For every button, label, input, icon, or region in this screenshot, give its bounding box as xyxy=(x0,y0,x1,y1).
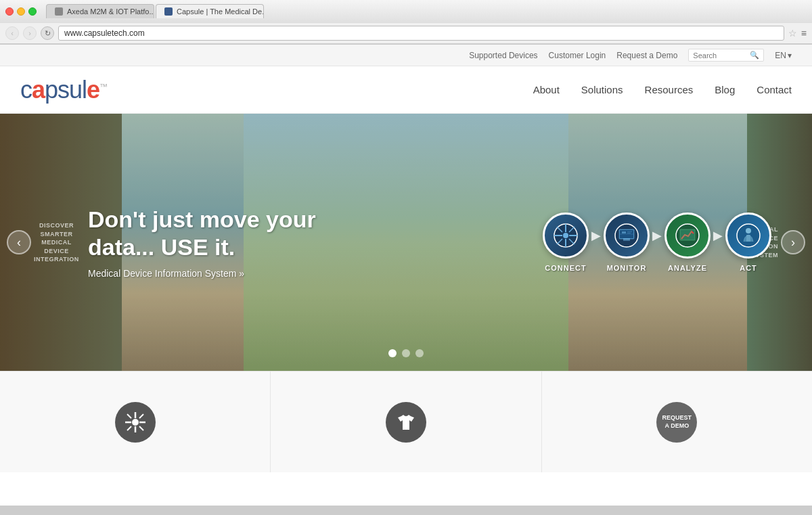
tab-capsule[interactable]: Capsule | The Medical De... ✕ xyxy=(156,4,264,18)
process-step-connect: CONNECT xyxy=(543,212,589,272)
nav-contact[interactable]: Contact xyxy=(757,84,792,95)
tab-axeda[interactable]: Axeda M2M & IOT Platfo... ✕ xyxy=(46,4,154,18)
browser-tabs: Axeda M2M & IOT Platfo... ✕ Capsule | Th… xyxy=(46,4,264,18)
svg-point-1 xyxy=(563,233,568,238)
bottom-col-connect[interactable] xyxy=(0,372,271,472)
carousel-dot-1[interactable] xyxy=(388,349,397,357)
tab-favicon-capsule xyxy=(164,7,173,16)
url-text: www.capsuletech.com xyxy=(64,28,145,38)
browser-dots xyxy=(5,7,37,16)
carousel-prev-button[interactable]: ‹ xyxy=(7,230,31,254)
hero-section: ‹ › DISCOVER SMARTER MEDICAL DEVICE INTE… xyxy=(0,114,812,371)
lang-chevron-icon: ▾ xyxy=(788,51,792,60)
svg-rect-23 xyxy=(746,235,750,242)
minimize-dot[interactable] xyxy=(17,7,25,16)
carousel-dot-2[interactable] xyxy=(402,349,410,357)
tab-favicon-axeda xyxy=(55,7,63,16)
svg-point-22 xyxy=(746,228,751,233)
browser-titlebar: Axeda M2M & IOT Platfo... ✕ Capsule | Th… xyxy=(0,0,812,22)
hero-text: Don't just move your data... USE it. Med… xyxy=(88,206,316,279)
svg-line-29 xyxy=(127,414,131,418)
menu-icon[interactable]: ≡ xyxy=(801,28,807,39)
logo[interactable]: capsule™ xyxy=(20,76,107,104)
utility-bar: Supported Devices Customer Login Request… xyxy=(0,45,812,66)
svg-line-32 xyxy=(127,426,131,430)
carousel-dots xyxy=(388,349,424,357)
arrow-2: ▶ xyxy=(652,228,662,243)
nav-links: About Solutions Resources Blog Contact xyxy=(533,84,792,95)
hero-subtitle[interactable]: Medical Device Information System » xyxy=(88,268,316,279)
reload-button[interactable]: ↻ xyxy=(41,26,54,40)
url-bar[interactable]: www.capsuletech.com xyxy=(58,26,784,41)
analyze-label: ANALYZE xyxy=(668,264,707,272)
monitor-label: MONITOR xyxy=(607,264,647,272)
website: Supported Devices Customer Login Request… xyxy=(0,45,812,506)
process-step-monitor: MONITOR xyxy=(604,212,650,272)
connect-svg xyxy=(553,223,579,248)
supported-devices-link[interactable]: Supported Devices xyxy=(469,51,537,60)
arrow-1: ▶ xyxy=(591,228,601,243)
close-dot[interactable] xyxy=(5,7,14,16)
bottom-shirt-svg xyxy=(394,411,418,434)
connect-label: CONNECT xyxy=(545,264,586,272)
search-icon[interactable]: 🔍 xyxy=(750,51,759,60)
bottom-connect-svg xyxy=(124,411,147,434)
monitor-svg xyxy=(614,223,639,248)
act-label: ACT xyxy=(740,264,757,272)
language-label: EN xyxy=(775,51,786,60)
svg-point-24 xyxy=(132,419,139,426)
forward-button[interactable]: › xyxy=(23,26,37,40)
bottom-col-shirt[interactable] xyxy=(271,372,541,472)
carousel-next-button[interactable]: › xyxy=(781,230,805,254)
svg-line-31 xyxy=(139,414,143,418)
monitor-icon[interactable] xyxy=(604,212,650,259)
bottom-shirt-icon xyxy=(386,402,426,443)
carousel-dot-3[interactable] xyxy=(415,349,424,357)
act-icon[interactable] xyxy=(725,212,771,259)
hero-title: Don't just move your data... USE it. xyxy=(88,206,316,261)
bookmark-icon[interactable]: ☆ xyxy=(788,28,797,39)
connect-icon[interactable] xyxy=(543,212,589,259)
analyze-svg xyxy=(675,223,700,248)
arrow-3: ▶ xyxy=(713,228,723,243)
svg-rect-15 xyxy=(627,231,632,232)
search-box: 🔍 xyxy=(688,49,764,62)
process-step-act: ACT xyxy=(725,212,771,272)
customer-login-link[interactable]: Customer Login xyxy=(549,51,606,60)
bottom-section: REQUESTA DEMO xyxy=(0,371,812,472)
tab-label-capsule: Capsule | The Medical De... xyxy=(177,7,264,16)
nav-blog[interactable]: Blog xyxy=(715,84,735,95)
svg-line-30 xyxy=(139,426,143,430)
svg-rect-14 xyxy=(622,231,626,233)
request-demo-text: REQUESTA DEMO xyxy=(662,414,692,430)
bottom-col-request-demo[interactable]: REQUESTA DEMO xyxy=(542,372,812,472)
back-button[interactable]: ‹ xyxy=(5,26,19,40)
main-nav: capsule™ About Solutions Resources Blog … xyxy=(0,66,812,114)
bottom-connect-icon xyxy=(115,402,156,443)
process-icons: CONNECT ▶ xyxy=(543,212,771,272)
analyze-icon[interactable] xyxy=(664,212,710,259)
tab-label-axeda: Axeda M2M & IOT Platfo... xyxy=(67,7,154,16)
nav-resources[interactable]: Resources xyxy=(645,84,694,95)
language-selector[interactable]: EN ▾ xyxy=(775,51,792,60)
act-svg xyxy=(736,223,761,248)
maximize-dot[interactable] xyxy=(28,7,37,16)
logo-text: capsule™ xyxy=(20,76,107,104)
svg-rect-16 xyxy=(627,233,631,233)
carousel-side-left-text: DISCOVER SMARTER MEDICAL DEVICE INTEGRAT… xyxy=(34,221,79,264)
browser-chrome: Axeda M2M & IOT Platfo... ✕ Capsule | Th… xyxy=(0,0,812,45)
bottom-request-demo-icon: REQUESTA DEMO xyxy=(656,402,697,443)
search-input[interactable] xyxy=(693,51,747,60)
request-demo-link[interactable]: Request a Demo xyxy=(616,51,677,60)
browser-nav: ‹ › ↻ www.capsuletech.com ☆ ≡ xyxy=(0,22,812,44)
nav-about[interactable]: About xyxy=(533,84,560,95)
nav-solutions[interactable]: Solutions xyxy=(581,84,623,95)
process-step-analyze: ANALYZE xyxy=(664,212,710,272)
